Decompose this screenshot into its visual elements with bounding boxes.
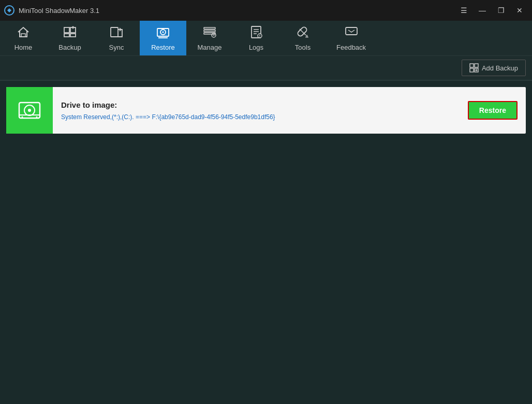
nav-label-restore: Restore xyxy=(151,44,175,51)
nav-item-backup[interactable]: Backup xyxy=(47,21,93,55)
svg-point-33 xyxy=(22,117,23,118)
manage-icon xyxy=(202,25,217,41)
disk-drive-icon xyxy=(17,97,42,123)
hamburger-icon: ☰ xyxy=(461,6,467,15)
nav-label-home: Home xyxy=(14,44,33,51)
restore-icon: ❐ xyxy=(498,6,505,15)
nav-item-tools[interactable]: Tools xyxy=(279,21,326,55)
toolbar: Add Backup xyxy=(0,56,532,81)
nav-item-logs[interactable]: Logs xyxy=(233,21,279,55)
nav-item-home[interactable]: Home xyxy=(0,21,47,55)
nav-item-sync[interactable]: Sync xyxy=(93,21,140,55)
add-backup-icon xyxy=(469,63,479,73)
backup-card-action: Restore xyxy=(460,87,526,134)
nav-label-feedback: Feedback xyxy=(336,44,366,51)
app-title: MiniTool ShadowMaker 3.1 xyxy=(19,7,99,15)
nav-label-tools: Tools xyxy=(295,44,311,51)
svg-point-13 xyxy=(212,33,216,37)
backup-card: Drive to image: System Reserved,(*:),(C:… xyxy=(6,87,526,134)
tools-icon xyxy=(295,25,310,41)
restore-nav-icon xyxy=(156,25,170,41)
nav-label-backup: Backup xyxy=(58,44,81,51)
nav-label-logs: Logs xyxy=(249,44,263,51)
svg-rect-2 xyxy=(64,27,69,33)
sync-icon xyxy=(109,25,124,41)
svg-rect-5 xyxy=(70,34,76,37)
minimize-icon: — xyxy=(479,6,486,15)
drive-label: Drive to image: xyxy=(61,100,451,109)
svg-rect-25 xyxy=(470,68,474,72)
main-content: Drive to image: System Reserved,(*:),(C:… xyxy=(0,81,532,404)
svg-rect-6 xyxy=(111,27,118,37)
minimize-button[interactable]: — xyxy=(474,3,491,18)
close-icon: ✕ xyxy=(516,6,523,15)
backup-icon xyxy=(63,25,77,41)
svg-point-34 xyxy=(36,117,38,118)
svg-rect-10 xyxy=(204,27,215,29)
svg-point-20 xyxy=(259,37,260,37)
nav-item-restore[interactable]: Restore xyxy=(140,21,186,55)
feedback-icon xyxy=(344,25,359,41)
add-backup-button[interactable]: Add Backup xyxy=(462,60,526,76)
svg-point-9 xyxy=(162,32,164,33)
close-button[interactable]: ✕ xyxy=(511,3,528,18)
svg-rect-11 xyxy=(204,30,215,32)
nav-item-manage[interactable]: Manage xyxy=(186,21,233,55)
restore-button[interactable]: Restore xyxy=(468,101,518,120)
nav-label-sync: Sync xyxy=(109,44,124,51)
title-bar-controls: ☰ — ❐ ✕ xyxy=(455,3,528,18)
svg-rect-22 xyxy=(346,27,357,35)
app-logo-icon xyxy=(4,5,14,16)
svg-rect-24 xyxy=(475,64,478,67)
svg-point-31 xyxy=(28,109,31,112)
add-backup-label: Add Backup xyxy=(482,64,518,72)
backup-description: System Reserved,(*:),(C:). ===> F:\{ab9e… xyxy=(61,113,451,121)
restore-button[interactable]: ❐ xyxy=(493,3,509,18)
backup-card-body: Drive to image: System Reserved,(*:),(C:… xyxy=(53,87,460,134)
nav-bar: Home Backup Sync xyxy=(0,21,532,56)
menu-button[interactable]: ☰ xyxy=(455,3,472,18)
logs-icon xyxy=(249,25,263,41)
svg-rect-23 xyxy=(470,64,474,67)
title-bar: MiniTool ShadowMaker 3.1 ☰ — ❐ ✕ xyxy=(0,0,532,21)
home-icon xyxy=(16,25,31,41)
nav-item-feedback[interactable]: Feedback xyxy=(326,21,376,55)
backup-card-icon-area xyxy=(6,87,53,134)
nav-label-manage: Manage xyxy=(198,44,222,51)
title-bar-left: MiniTool ShadowMaker 3.1 xyxy=(4,5,99,16)
svg-rect-4 xyxy=(64,34,69,37)
